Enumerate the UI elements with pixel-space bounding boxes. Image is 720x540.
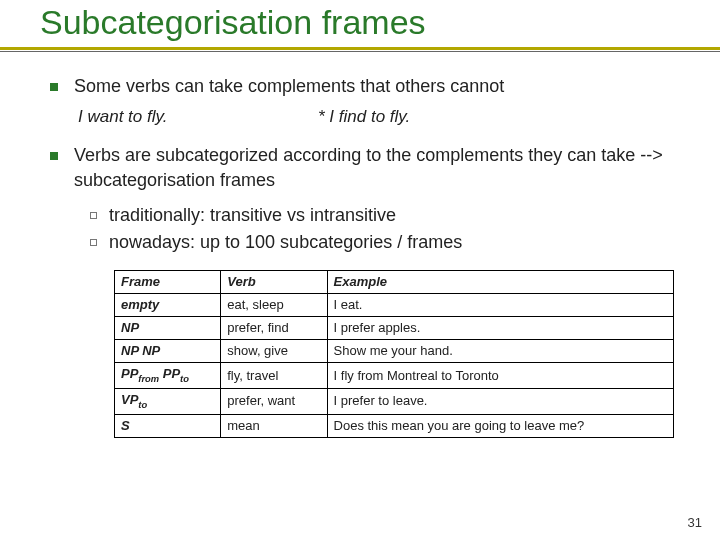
table-header: Frame: [115, 270, 221, 293]
bullet-1-text: Some verbs can take complements that oth…: [74, 74, 690, 99]
example-cell: I eat.: [327, 293, 673, 316]
example-cell: Show me your hand.: [327, 340, 673, 363]
subbullet-2: nowadays: up to 100 subcategories / fram…: [90, 230, 690, 255]
table-header: Example: [327, 270, 673, 293]
title-rule-thick: [0, 47, 720, 50]
subbullet-marker-icon: [90, 212, 97, 219]
table-row: NPprefer, findI prefer apples.: [115, 316, 674, 339]
verb-cell: show, give: [221, 340, 327, 363]
bullet-marker-icon: [50, 152, 58, 160]
bullet-2: Verbs are subcategorized according to th…: [50, 143, 690, 193]
subbullet-marker-icon: [90, 239, 97, 246]
table-header: Verb: [221, 270, 327, 293]
verb-cell: fly, travel: [221, 363, 327, 389]
bullet-marker-icon: [50, 83, 58, 91]
table-row: NP NPshow, giveShow me your hand.: [115, 340, 674, 363]
table-header-row: Frame Verb Example: [115, 270, 674, 293]
example-cell: I prefer to leave.: [327, 388, 673, 414]
frame-cell: NP NP: [115, 340, 221, 363]
verb-cell: prefer, find: [221, 316, 327, 339]
table-row: VPtoprefer, wantI prefer to leave.: [115, 388, 674, 414]
example-left: I want to fly.: [78, 105, 318, 129]
subbullet-2-text: nowadays: up to 100 subcategories / fram…: [109, 230, 690, 255]
examples-row: I want to fly. * I find to fly.: [50, 105, 690, 129]
subbullet-1: traditionally: transitive vs intransitiv…: [90, 203, 690, 228]
frame-cell: S: [115, 414, 221, 437]
verb-cell: prefer, want: [221, 388, 327, 414]
frame-cell: PPfrom PPto: [115, 363, 221, 389]
bullet-1: Some verbs can take complements that oth…: [50, 74, 690, 99]
table-row: SmeanDoes this mean you are going to lea…: [115, 414, 674, 437]
verb-cell: eat, sleep: [221, 293, 327, 316]
example-cell: I prefer apples.: [327, 316, 673, 339]
slide-title: Subcategorisation frames: [40, 2, 700, 43]
subbullet-1-text: traditionally: transitive vs intransitiv…: [109, 203, 690, 228]
example-right: * I find to fly.: [318, 105, 410, 129]
table-row: PPfrom PPtofly, travelI fly from Montrea…: [115, 363, 674, 389]
frame-cell: NP: [115, 316, 221, 339]
example-cell: Does this mean you are going to leave me…: [327, 414, 673, 437]
table-row: emptyeat, sleepI eat.: [115, 293, 674, 316]
bullet-2-text: Verbs are subcategorized according to th…: [74, 143, 690, 193]
example-cell: I fly from Montreal to Toronto: [327, 363, 673, 389]
page-number: 31: [688, 515, 702, 530]
frame-cell: empty: [115, 293, 221, 316]
verb-cell: mean: [221, 414, 327, 437]
frames-table: Frame Verb Example emptyeat, sleepI eat.…: [114, 270, 674, 438]
frame-cell: VPto: [115, 388, 221, 414]
